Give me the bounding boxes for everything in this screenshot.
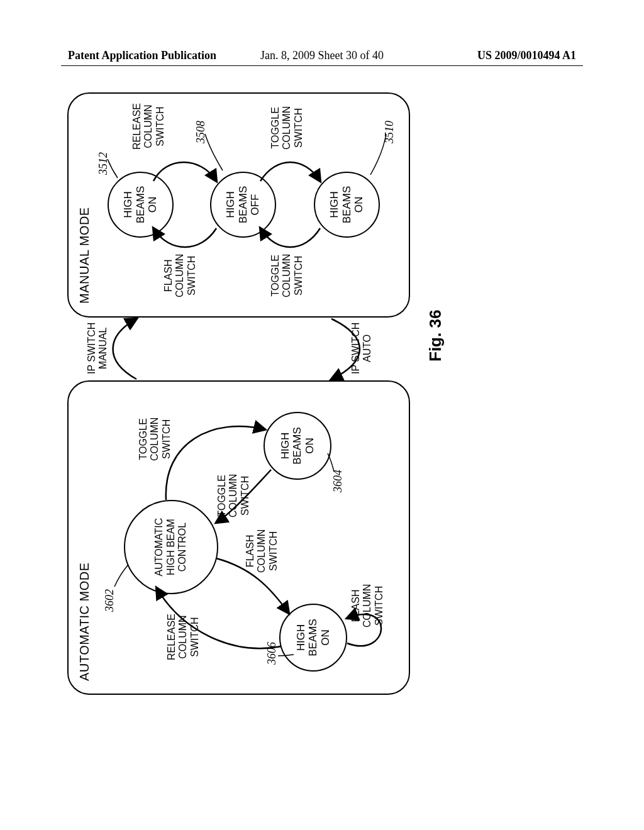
label-release-auto-back: RELEASE COLUMN SWITCH (166, 614, 201, 660)
header-left: Patent Application Publication (68, 49, 216, 62)
label-flash-self-loop: FLASH COLUMN SWITCH (350, 584, 385, 628)
label-toggle-off-to-onbot: TOGGLE COLUMN SWITCH (270, 254, 304, 297)
ref-3602: 3602 (103, 589, 116, 612)
state-high-beams-off: HIGH BEAMS OFF (210, 172, 276, 238)
label-ip-switch-auto: IP SWITCH AUTO (350, 323, 374, 374)
header-rule (61, 65, 583, 66)
state-label: AUTOMATIC HIGH BEAM CONTROL (153, 518, 188, 577)
diagram: AUTOMATIC MODE AUTOMATIC HIGH BEAM CONTR… (61, 88, 583, 701)
state-high-beams-on-auto-left: HIGH BEAMS ON (279, 604, 347, 672)
label-toggle-onbot-to-off: TOGGLE COLUMN SWITCH (270, 106, 304, 150)
state-high-beams-on-auto-right: HIGH BEAMS ON (264, 412, 331, 480)
label-flash-auto-out: FLASH COLUMN SWITCH (245, 529, 279, 573)
panel-title-manual: MANUAL MODE (77, 207, 92, 304)
label-toggle-auto-back: TOGGLE COLUMN SWITCH (216, 474, 251, 517)
panel-title-auto: AUTOMATIC MODE (77, 563, 92, 681)
state-label: HIGH BEAMS OFF (225, 186, 262, 224)
label-release-ontop-to-off: RELEASE COLUMN SWITCH (131, 103, 166, 150)
arcs-auto (69, 379, 411, 694)
figure-label: Fig. 36 (426, 310, 445, 362)
state-label: HIGH BEAMS ON (328, 186, 365, 224)
panel-automatic-mode: AUTOMATIC MODE AUTOMATIC HIGH BEAM CONTR… (67, 380, 410, 695)
header-right: US 2009/0010494 A1 (477, 49, 576, 62)
ref-3508: 3508 (194, 121, 208, 143)
state-high-beams-on-top: HIGH BEAMS ON (108, 172, 174, 238)
ref-3512: 3512 (97, 152, 110, 175)
state-label: HIGH BEAMS ON (295, 619, 332, 656)
label-ip-switch-manual: IP SWITCH MANUAL (86, 323, 109, 374)
panel-manual-mode: MANUAL MODE HIGH BEAMS ON HIGH BEAMS OFF… (67, 92, 410, 318)
state-label: HIGH BEAMS ON (279, 427, 316, 465)
ref-3510: 3510 (383, 121, 396, 143)
state-high-beams-on-bottom: HIGH BEAMS ON (314, 172, 380, 238)
label-flash-off-to-ontop: FLASH COLUMN SWITCH (163, 254, 197, 297)
state-automatic-high-beam-control: AUTOMATIC HIGH BEAM CONTROL (124, 500, 218, 594)
label-toggle-auto-out: TOGGLE COLUMN SWITCH (138, 418, 172, 461)
ref-3606: 3606 (265, 642, 279, 665)
diagram-stage: AUTOMATIC MODE AUTOMATIC HIGH BEAM CONTR… (61, 88, 583, 701)
state-label: HIGH BEAMS ON (122, 186, 159, 224)
page-header: Patent Application Publication Jan. 8, 2… (0, 49, 644, 68)
ref-3604: 3604 (331, 470, 345, 492)
header-middle: Jan. 8, 2009 Sheet 30 of 40 (260, 49, 384, 62)
